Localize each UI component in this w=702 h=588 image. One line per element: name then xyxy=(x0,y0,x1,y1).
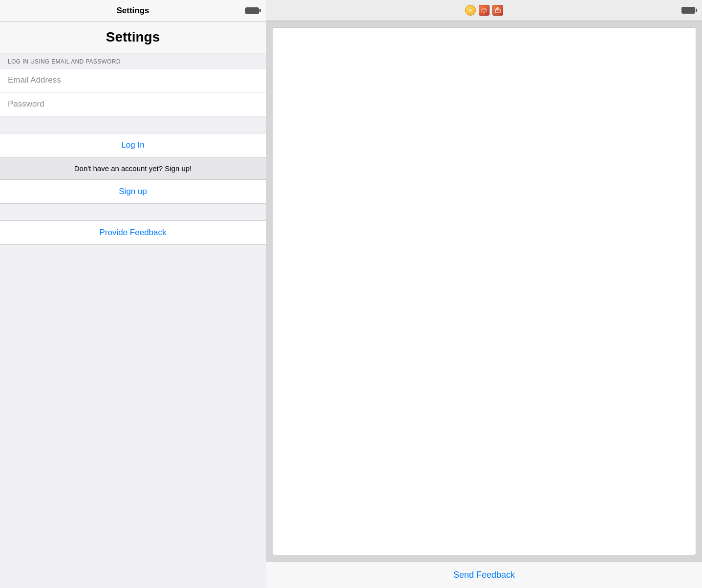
svg-point-0 xyxy=(468,8,472,12)
email-placeholder: Email Address xyxy=(8,75,61,85)
toolbar-icons xyxy=(465,5,503,16)
right-battery-icon xyxy=(681,7,695,14)
battery-icon xyxy=(245,7,259,14)
right-bottom-bar: Send Feedback xyxy=(266,561,702,588)
circle-icon[interactable] xyxy=(465,5,476,16)
left-panel: Settings Settings LOG IN USING EMAIL AND… xyxy=(0,0,266,588)
provide-feedback-label: Provide Feedback xyxy=(99,228,166,238)
send-feedback-button[interactable]: Send Feedback xyxy=(453,570,515,580)
right-panel: Send Feedback xyxy=(266,0,702,588)
share-icon[interactable] xyxy=(492,5,503,16)
signup-button-label: Sign up xyxy=(119,187,147,196)
feedback-content-area[interactable] xyxy=(272,27,696,555)
section-gap-1 xyxy=(0,116,266,133)
provide-feedback-button[interactable]: Provide Feedback xyxy=(0,221,266,245)
section-header-label: LOG IN USING EMAIL AND PASSWORD xyxy=(8,58,121,65)
signup-button[interactable]: Sign up xyxy=(0,180,266,204)
left-nav-bar: Settings xyxy=(0,0,266,22)
signup-prompt-row: Don't have an account yet? Sign up! xyxy=(0,157,266,180)
settings-header: Settings xyxy=(0,22,266,53)
settings-large-title: Settings xyxy=(106,29,160,44)
remaining-space xyxy=(0,245,266,588)
left-nav-title: Settings xyxy=(116,6,149,16)
login-button-label: Log In xyxy=(121,140,144,150)
section-gap-2 xyxy=(0,204,266,221)
email-field-row[interactable]: Email Address xyxy=(0,68,266,92)
signup-prompt-text: Don't have an account yet? Sign up! xyxy=(74,164,192,173)
login-button[interactable]: Log In xyxy=(0,133,266,157)
password-placeholder: Password xyxy=(8,99,44,109)
section-header-login: LOG IN USING EMAIL AND PASSWORD xyxy=(0,53,266,68)
cube-icon[interactable] xyxy=(479,5,489,16)
password-field-row[interactable]: Password xyxy=(0,92,266,116)
right-toolbar xyxy=(266,0,702,22)
